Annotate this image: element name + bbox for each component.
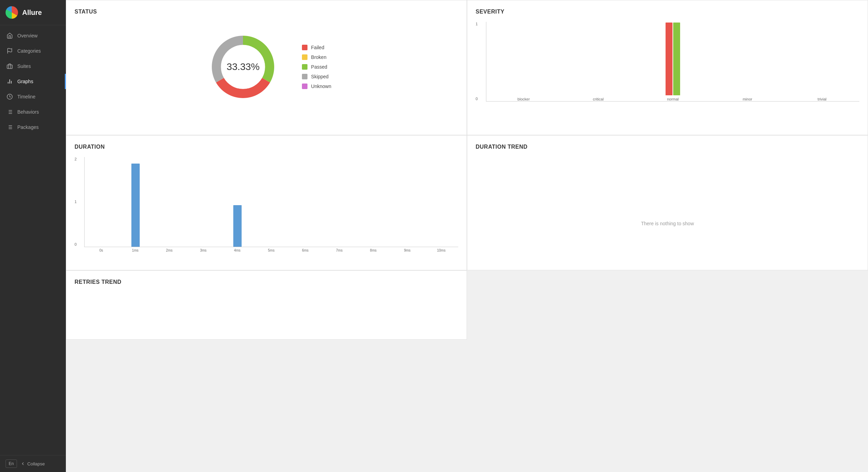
legend-broken-color [302, 54, 307, 60]
sidebar-item-behaviors[interactable]: Behaviors [0, 104, 66, 120]
dur-x-8ms: 8ms [356, 248, 390, 252]
dur-x-4ms: 4ms [220, 248, 254, 252]
status-legend: Failed Broken Passed Skipped [302, 45, 331, 89]
flag-icon [6, 47, 13, 54]
severity-y-bottom: 0 [476, 97, 478, 101]
dur-bar-5ms [254, 157, 288, 247]
legend-unknown: Unknown [302, 84, 331, 89]
status-title: STATUS [75, 9, 458, 15]
duration-trend-title: DURATION TREND [476, 144, 859, 150]
sidebar-item-suites[interactable]: Suites [0, 59, 66, 74]
severity-label-critical: critical [593, 97, 604, 101]
dur-bar-9ms [390, 157, 424, 247]
legend-passed: Passed [302, 64, 331, 70]
sidebar-label-behaviors: Behaviors [17, 109, 39, 115]
legend-broken: Broken [302, 54, 331, 60]
sidebar-bottom: En Collapse [0, 455, 66, 472]
severity-bar-blocker: blocker [486, 95, 561, 101]
legend-unknown-label: Unknown [311, 84, 331, 89]
status-panel: STATUS [66, 0, 467, 135]
donut-percentage: 33.33% [227, 61, 260, 72]
sidebar-item-timeline[interactable]: Timeline [0, 89, 66, 104]
packages-icon [6, 124, 13, 131]
sidebar-label-graphs: Graphs [17, 79, 33, 84]
bar-chart-icon [6, 78, 13, 85]
sidebar-item-categories[interactable]: Categories [0, 43, 66, 59]
severity-bar-trivial: trivial [785, 95, 859, 101]
donut-failed [216, 78, 270, 98]
dur-bar-7ms [322, 157, 356, 247]
sidebar-label-suites: Suites [17, 63, 31, 69]
severity-bars-area: blocker critical [486, 22, 859, 102]
legend-skipped-label: Skipped [311, 74, 329, 79]
list-icon [6, 108, 13, 115]
status-content: 33.33% Failed Broken Passed [75, 22, 458, 112]
severity-bar-normal: normal [635, 23, 710, 101]
dur-x-10ms: 10ms [424, 248, 458, 252]
collapse-button[interactable]: Collapse [20, 461, 45, 466]
sidebar-item-packages[interactable]: Packages [0, 120, 66, 135]
legend-failed-label: Failed [311, 45, 324, 50]
dur-bar-3ms [186, 157, 220, 247]
severity-y-labels: 1 0 [476, 22, 478, 102]
severity-chart-container: 1 0 blocker [476, 22, 859, 102]
duration-y-1: 1 [75, 200, 77, 204]
severity-label-minor: minor [743, 97, 752, 101]
legend-failed-color [302, 45, 307, 50]
nothing-to-show-text: There is nothing to show [641, 221, 694, 226]
sidebar-label-timeline: Timeline [17, 94, 35, 99]
svg-rect-1 [7, 65, 12, 69]
duration-chart-container: 2 1 0 [75, 157, 458, 252]
app-logo: Allure [0, 0, 66, 25]
donut-passed [243, 36, 274, 82]
sidebar: Allure Overview Categories Suites [0, 0, 66, 472]
duration-title: DURATION [75, 144, 458, 150]
duration-y-0: 0 [75, 242, 77, 246]
severity-bar-minor: minor [710, 95, 785, 101]
retries-trend-panel: RETRIES TREND [66, 270, 467, 340]
briefcase-icon [6, 63, 13, 70]
dur-bar-10ms [424, 157, 458, 247]
duration-panel: DURATION 2 1 0 [66, 135, 467, 270]
legend-broken-label: Broken [311, 54, 326, 60]
duration-trend-empty: There is nothing to show [476, 157, 859, 226]
legend-passed-label: Passed [311, 64, 327, 70]
dur-bar-1ms-fill [131, 164, 140, 247]
app-name: Allure [22, 9, 42, 17]
dur-x-7ms: 7ms [322, 248, 356, 252]
dur-bar-2ms [153, 157, 186, 247]
language-button[interactable]: En [6, 460, 17, 468]
severity-bar-normal-failed [666, 23, 672, 95]
duration-trend-panel: DURATION TREND There is nothing to show [467, 135, 868, 270]
dur-bar-4ms-fill [233, 205, 242, 247]
duration-bars-area [84, 157, 458, 247]
logo-icon [6, 6, 18, 19]
legend-failed: Failed [302, 45, 331, 50]
duration-y-2: 2 [75, 157, 77, 161]
chevron-left-icon [20, 461, 25, 466]
dur-bar-0s [85, 157, 119, 247]
donut-chart: 33.33% [201, 25, 285, 108]
sidebar-nav: Overview Categories Suites Graphs [0, 25, 66, 455]
severity-label-normal: normal [667, 97, 679, 101]
dur-x-3ms: 3ms [186, 248, 220, 252]
severity-panel: SEVERITY 1 0 blocker [467, 0, 868, 135]
severity-label-trivial: trivial [818, 97, 827, 101]
dur-x-5ms: 5ms [254, 248, 288, 252]
dur-bar-6ms [288, 157, 322, 247]
clock-icon [6, 93, 13, 100]
charts-grid: STATUS [66, 0, 868, 340]
legend-passed-color [302, 64, 307, 70]
retries-trend-title: RETRIES TREND [75, 279, 458, 285]
main-content: STATUS [66, 0, 868, 472]
dur-x-0s: 0s [84, 248, 118, 252]
sidebar-item-graphs[interactable]: Graphs [0, 74, 66, 89]
home-icon [6, 32, 13, 39]
sidebar-label-overview: Overview [17, 33, 37, 38]
sidebar-item-overview[interactable]: Overview [0, 28, 66, 43]
duration-y-labels: 2 1 0 [75, 157, 77, 247]
dur-bar-1ms [119, 157, 153, 247]
dur-x-9ms: 9ms [390, 248, 424, 252]
severity-bar-critical: critical [561, 95, 635, 101]
legend-skipped: Skipped [302, 74, 331, 79]
